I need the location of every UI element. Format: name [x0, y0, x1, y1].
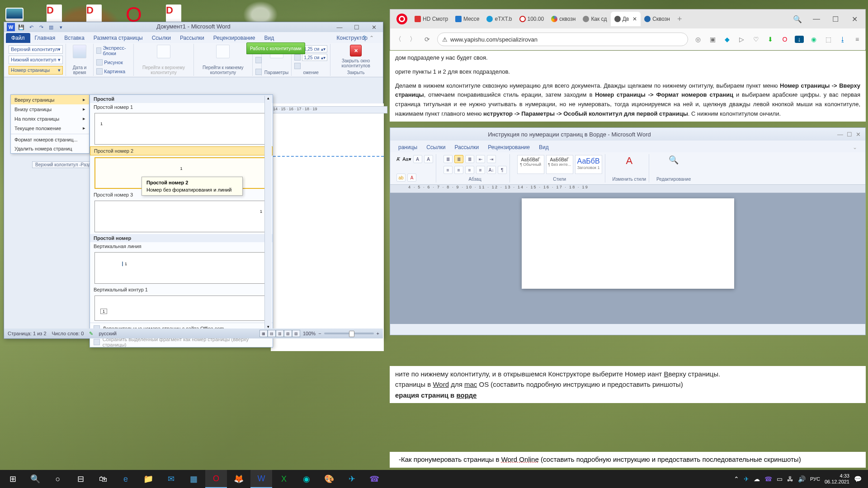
ext-icon[interactable]: ◉: [809, 36, 818, 43]
font-shrink-icon[interactable]: A: [424, 155, 433, 163]
picture-button[interactable]: Рисунок: [96, 59, 131, 66]
find-icon[interactable]: 🔍: [656, 155, 691, 165]
tab-review[interactable]: Рецензирование: [209, 33, 260, 43]
goto-footer-icon[interactable]: [216, 45, 230, 58]
page-number-dropdown[interactable]: Номер страницы▾: [9, 66, 63, 75]
header-distance-field[interactable]: 1,25 см▴▾: [302, 45, 327, 52]
align-center-icon[interactable]: ≡: [454, 166, 463, 174]
collapse-ribbon-icon[interactable]: ⌃: [365, 33, 378, 43]
style-heading1[interactable]: АаБбВЗаголовок 1: [575, 155, 602, 174]
zoom-out-icon[interactable]: −: [318, 331, 321, 336]
gallery-item-plain3[interactable]: 1: [94, 201, 268, 232]
tab-close-icon[interactable]: ✕: [632, 16, 637, 22]
tab-references[interactable]: Ссылки: [422, 142, 450, 152]
mail-icon[interactable]: ✉: [160, 470, 182, 488]
tray-lang[interactable]: РУС: [810, 476, 820, 482]
browser-tab-active[interactable]: Дв✕: [611, 12, 641, 26]
word-app-icon[interactable]: W: [7, 23, 15, 31]
numbering-icon[interactable]: ≣: [454, 155, 463, 163]
menu-top-of-page[interactable]: Вверху страницы▸: [11, 95, 89, 104]
downloads-icon[interactable]: ⭳: [838, 36, 847, 43]
zoom-slider[interactable]: [324, 333, 374, 334]
gallery-scrollbar[interactable]: ▴ ▾: [264, 96, 272, 329]
close-button[interactable]: ✕: [846, 12, 863, 26]
tab-home[interactable]: Главная: [30, 33, 60, 43]
tab-view[interactable]: Вид: [534, 142, 553, 152]
address-bar[interactable]: ⚠ www.yapishu.com/specializirovan: [437, 33, 688, 46]
quickparts-button[interactable]: Экспресс-блоки: [96, 45, 131, 56]
menu-bottom-of-page[interactable]: Внизу страницы▸: [11, 104, 89, 114]
tab-layout[interactable]: Разметка страницы: [89, 33, 147, 43]
browser-tab[interactable]: Как сд: [579, 12, 610, 26]
align-justify-icon[interactable]: ≡: [476, 166, 485, 174]
new-tab-button[interactable]: +: [674, 12, 686, 26]
browser-tab[interactable]: Мессе: [452, 12, 483, 26]
tray-viber-icon[interactable]: ☎: [764, 475, 772, 483]
link-icon[interactable]: [255, 69, 262, 75]
document-area[interactable]: [271, 103, 384, 351]
firefox-icon[interactable]: 🦊: [228, 470, 250, 488]
tray-clock[interactable]: 4:3306.12.2021: [825, 473, 849, 485]
explorer-icon[interactable]: 📁: [137, 470, 159, 488]
browser-tab[interactable]: 100.00: [516, 12, 548, 26]
bullets-icon[interactable]: ≣: [443, 155, 453, 163]
align-icon[interactable]: [294, 63, 301, 69]
maximize-button[interactable]: ☐: [350, 24, 363, 31]
close-header-footer-icon[interactable]: ✕: [350, 45, 362, 56]
footer-dropdown[interactable]: Нижний колонтитул▾: [9, 56, 63, 64]
align-left-icon[interactable]: ≡: [443, 166, 453, 174]
view-buttons[interactable]: ▦▤▥▧▨: [259, 330, 300, 337]
ext-icon[interactable]: ↓: [795, 36, 804, 43]
ext-icon[interactable]: ◆: [722, 36, 731, 43]
menu-icon[interactable]: ≡: [853, 36, 862, 43]
calc-icon[interactable]: ▦: [183, 470, 204, 488]
tab-insert[interactable]: Вставка: [60, 33, 89, 43]
qat-icon[interactable]: ▥: [47, 23, 55, 31]
tray-volume-icon[interactable]: 🔊: [798, 475, 806, 483]
opera-taskbar-icon[interactable]: O: [205, 470, 227, 488]
action-center-icon[interactable]: 💬: [854, 475, 862, 483]
sort-icon[interactable]: A↓: [487, 166, 496, 174]
edge-chromium-icon[interactable]: ◉: [296, 470, 317, 488]
tray-onedrive-icon[interactable]: ☁: [754, 475, 760, 483]
opera-ext-icon[interactable]: O: [780, 36, 789, 43]
viber-icon[interactable]: ☎: [363, 470, 385, 488]
tab-review[interactable]: Рецензирование: [483, 142, 534, 152]
heart-icon[interactable]: ♡: [751, 36, 760, 43]
change-styles-icon[interactable]: A: [613, 155, 646, 167]
menu-page-margins[interactable]: На полях страницы▸: [11, 114, 89, 123]
cortana-icon[interactable]: ○: [47, 470, 69, 488]
status-language[interactable]: русский: [99, 331, 116, 336]
gallery-item-vcontour[interactable]: 1: [94, 296, 268, 321]
download-arrow-icon[interactable]: ⬇: [766, 36, 775, 43]
start-button[interactable]: ⊞: [2, 470, 24, 488]
tray-network-icon[interactable]: 🖧: [787, 475, 793, 483]
browser-tab[interactable]: сквозн: [547, 12, 579, 26]
footer-distance-field[interactable]: 1,25 см▴▾: [302, 54, 327, 61]
tab-mailings[interactable]: Рассылки: [450, 142, 483, 152]
tab-view[interactable]: Вид: [259, 33, 278, 43]
indent-inc-icon[interactable]: ⇥: [487, 155, 496, 163]
spellcheck-icon[interactable]: ✎: [89, 331, 93, 337]
indent-dec-icon[interactable]: ⇤: [476, 155, 485, 163]
next-icon[interactable]: [255, 57, 262, 63]
word-taskbar-icon[interactable]: W: [250, 470, 272, 488]
redo-icon[interactable]: ↷: [38, 23, 45, 31]
qat-more-icon[interactable]: ▾: [57, 23, 65, 31]
undo-icon[interactable]: ↶: [28, 23, 35, 31]
search-button[interactable]: 🔍: [24, 470, 46, 488]
site-info-icon[interactable]: ⚠: [442, 36, 448, 43]
align-right-icon[interactable]: ≡: [465, 166, 474, 174]
status-wordcount[interactable]: Число слов: 0: [52, 331, 84, 336]
ext-icon[interactable]: ◎: [693, 36, 703, 43]
style-normal[interactable]: АаБбВвГ¶ Обычный: [517, 155, 544, 174]
excel-icon[interactable]: X: [273, 470, 295, 488]
show-marks-icon[interactable]: ¶: [498, 166, 507, 174]
store-icon[interactable]: 🛍: [92, 470, 114, 488]
maximize-button[interactable]: ☐: [827, 12, 844, 26]
tab-mailings[interactable]: Рассылки: [175, 33, 209, 43]
zoom-level[interactable]: 100%: [303, 331, 316, 336]
menu-format-page-numbers[interactable]: Формат номеров страниц...: [11, 135, 89, 144]
minimize-button[interactable]: —: [808, 12, 825, 26]
paint-icon[interactable]: 🎨: [318, 470, 340, 488]
